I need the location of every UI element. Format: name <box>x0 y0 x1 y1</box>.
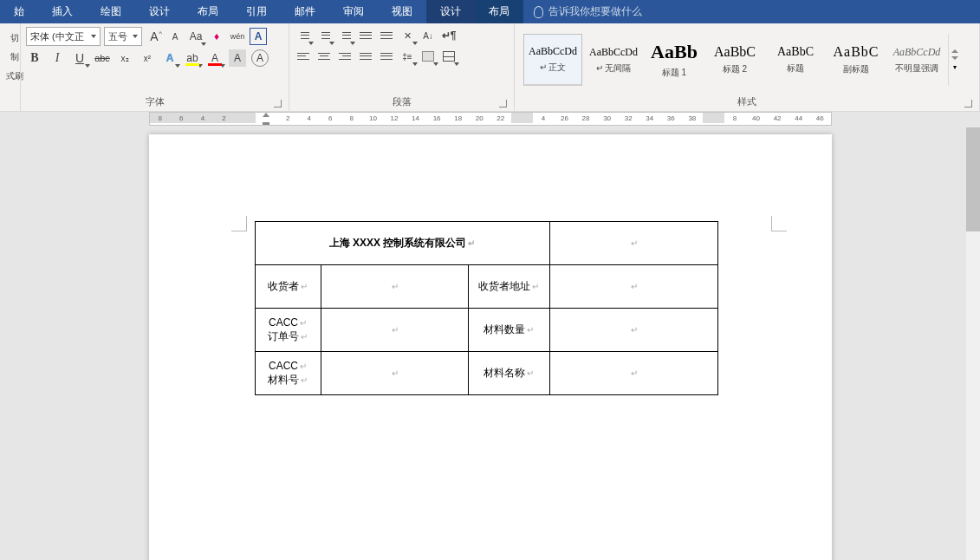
align-right-button[interactable] <box>336 48 354 65</box>
ruler-mark: 14 <box>405 113 426 125</box>
style-item-1[interactable]: AaBbCcDd↵ 无间隔 <box>584 34 643 86</box>
increase-indent-button[interactable] <box>378 27 395 44</box>
multilevel-button[interactable] <box>336 27 354 44</box>
font-color-button[interactable]: A <box>206 49 224 67</box>
distribute-button[interactable] <box>378 48 395 65</box>
style-item-5[interactable]: AaBbC副标题 <box>827 34 886 86</box>
tab-insert[interactable]: 插入 <box>38 0 87 23</box>
style-item-6[interactable]: AaBbCcDd不明显强调 <box>887 34 946 86</box>
style-item-0[interactable]: AaBbCcDd↵ 正文 <box>523 34 582 86</box>
ruler-mark: 46 <box>809 113 831 125</box>
ruler-mark: 18 <box>447 113 469 125</box>
decrease-indent-button[interactable] <box>357 27 374 44</box>
tab-references[interactable]: 引用 <box>232 0 281 23</box>
tab-review[interactable]: 审阅 <box>329 0 378 23</box>
table-cell-materialno-label[interactable]: CACC↵材料号↵ <box>255 352 321 395</box>
ribbon: 切 制 式刷 _ 宋体 (中文正 五号 A^ A Aa ♦ wén A B I … <box>0 23 980 112</box>
document-table[interactable]: 上海 XXXX 控制系统有限公司↵ ↵ 收货者↵ ↵ 收货者地址↵ ↵ CACC… <box>255 221 718 395</box>
highlight-button[interactable]: ab <box>184 49 201 67</box>
superscript-button[interactable]: x² <box>139 49 156 67</box>
subscript-button[interactable]: x₂ <box>116 49 133 67</box>
underline-button[interactable]: U <box>71 49 88 67</box>
ruler-mark <box>703 113 724 123</box>
align-center-button[interactable] <box>315 48 333 65</box>
style-label: 副标题 <box>843 63 869 75</box>
phonetic-guide-button[interactable]: wén <box>229 28 246 45</box>
table-title-cell[interactable]: 上海 XXXX 控制系统有限公司↵ <box>255 222 549 265</box>
line-spacing-button[interactable]: ‡≡ <box>399 48 416 65</box>
ruler-mark: 42 <box>767 113 789 125</box>
style-item-2[interactable]: AaBb标题 1 <box>645 34 704 86</box>
numbering-button[interactable] <box>315 27 333 44</box>
tab-layout[interactable]: 布局 <box>184 0 232 23</box>
tab-mailings[interactable]: 邮件 <box>281 0 329 23</box>
ruler-mark: 8 <box>724 113 746 125</box>
tab-table-layout[interactable]: 布局 <box>475 0 523 23</box>
table-cell-materialname-label[interactable]: 材料名称↵ <box>468 352 549 395</box>
ruler-mark: 12 <box>384 113 406 125</box>
borders-button[interactable] <box>440 48 458 65</box>
paragraph-group-label: 段落 <box>295 94 509 111</box>
ruler-mark <box>256 113 277 125</box>
font-size-combo[interactable]: 五号 <box>104 27 142 46</box>
bullets-button[interactable] <box>295 27 312 44</box>
table-cell-orderno-value[interactable]: ↵ <box>321 309 468 352</box>
asian-layout-button[interactable]: ✕ <box>399 27 416 44</box>
grow-font-button[interactable]: A^ <box>146 28 163 45</box>
cut-button[interactable]: 切 <box>10 32 19 44</box>
table-cell-qty-value[interactable]: ↵ <box>549 309 717 352</box>
italic-button[interactable]: I <box>49 49 66 67</box>
tab-table-design[interactable]: 设计 <box>426 0 475 23</box>
justify-button[interactable] <box>357 48 374 65</box>
table-title-right-cell[interactable]: ↵ <box>549 222 717 265</box>
table-cell-qty-label[interactable]: 材料数量↵ <box>468 309 549 352</box>
group-font: 宋体 (中文正 五号 A^ A Aa ♦ wén A B I U abc x₂ … <box>21 23 289 111</box>
ruler-mark: 26 <box>554 113 575 125</box>
style-item-4[interactable]: AaBbC标题 <box>766 34 825 86</box>
bold-button[interactable]: B <box>26 49 43 67</box>
enclose-char-button[interactable]: A <box>251 49 269 67</box>
style-label: 标题 <box>787 62 804 75</box>
shrink-font-button[interactable]: A <box>166 28 184 45</box>
font-name-combo[interactable]: 宋体 (中文正 <box>26 27 101 46</box>
style-item-3[interactable]: AaBbC标题 2 <box>705 34 764 86</box>
char-shading-button[interactable]: A <box>229 49 246 67</box>
table-cell-address-value[interactable]: ↵ <box>549 265 717 309</box>
sort-button[interactable]: A↓ <box>419 27 437 44</box>
clear-format-button[interactable]: ♦ <box>208 28 225 45</box>
font-group-label: 字体 <box>26 94 283 111</box>
table-cell-recipient-value[interactable]: ↵ <box>321 265 468 309</box>
document-canvas[interactable]: 上海 XXXX 控制系统有限公司↵ ↵ 收货者↵ ↵ 收货者地址↵ ↵ CACC… <box>0 127 980 560</box>
tell-me-search[interactable]: 告诉我你想要做什么 <box>523 0 652 23</box>
show-hide-button[interactable]: ↵¶ <box>440 27 458 44</box>
ruler-mark: 22 <box>490 113 512 125</box>
shading-button[interactable] <box>419 48 437 65</box>
ruler-mark: 38 <box>682 113 704 125</box>
char-border-button[interactable]: A <box>250 28 267 45</box>
table-cell-orderno-label[interactable]: CACC↵订单号↵ <box>255 309 321 352</box>
table-cell-address-label[interactable]: 收货者地址↵ <box>468 265 549 309</box>
vertical-scrollbar[interactable] <box>966 127 980 560</box>
horizontal-ruler[interactable]: 8642246810121416182022426283032343638840… <box>149 112 832 126</box>
ruler-mark: 4 <box>533 113 555 125</box>
scrollbar-thumb[interactable] <box>966 127 980 231</box>
change-case-button[interactable]: Aa <box>187 28 204 45</box>
tab-draw[interactable]: 绘图 <box>87 0 135 23</box>
align-left-button[interactable] <box>295 48 312 65</box>
group-styles: AaBbCcDd↵ 正文AaBbCcDd↵ 无间隔AaBb标题 1AaBbC标题… <box>515 23 980 111</box>
group-paragraph: ✕ A↓ ↵¶ ‡≡ 段落 <box>289 23 515 111</box>
text-effects-button[interactable]: A <box>161 49 178 67</box>
table-cell-materialname-value[interactable]: ↵ <box>549 352 717 395</box>
document-page[interactable]: 上海 XXXX 控制系统有限公司↵ ↵ 收货者↵ ↵ 收货者地址↵ ↵ CACC… <box>149 134 832 560</box>
tab-view[interactable]: 视图 <box>378 0 426 23</box>
copy-button[interactable]: 制 <box>10 51 19 63</box>
table-cell-materialno-value[interactable]: ↵ <box>321 352 468 395</box>
tab-design[interactable]: 设计 <box>135 0 184 23</box>
table-cell-recipient-label[interactable]: 收货者↵ <box>255 265 321 309</box>
chevron-down-icon <box>951 56 958 60</box>
styles-more-button[interactable]: ▾ <box>948 34 960 86</box>
tab-home[interactable]: 始 <box>0 0 38 23</box>
ruler-mark: 8 <box>341 113 363 125</box>
strikethrough-button[interactable]: abc <box>94 49 111 67</box>
ruler-mark: 2 <box>277 113 299 125</box>
